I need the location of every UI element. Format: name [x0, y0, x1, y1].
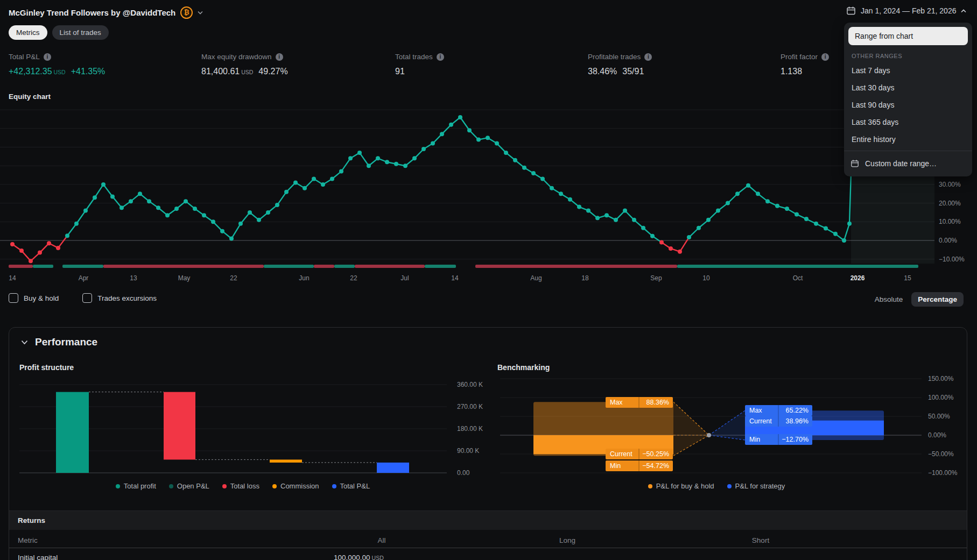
svg-text:Min: Min [610, 462, 621, 470]
svg-text:−50.25%: −50.25% [642, 450, 669, 458]
svg-text:38.96%: 38.96% [786, 417, 809, 425]
trades-excursions-label: Trades excursions [97, 294, 157, 302]
svg-text:65.22%: 65.22% [786, 407, 809, 414]
table-divider [9, 548, 967, 548]
calendar-icon [846, 6, 856, 16]
table-row-metric: Initial capital [18, 554, 58, 560]
checkbox-box[interactable] [82, 293, 92, 303]
svg-text:−54.72%: −54.72% [642, 462, 669, 470]
svg-text:−100.00%: −100.00% [928, 469, 958, 477]
trades-excursions-checkbox[interactable]: Trades excursions [82, 293, 157, 303]
stat-label: Max equity drawdown [201, 53, 272, 61]
stat-max-equity-drawdown: Max equity drawdowni81,400.61USD49.27% [201, 53, 288, 76]
returns-section-header[interactable]: Returns [9, 511, 967, 530]
buy-hold-label: Buy & hold [24, 294, 59, 302]
svg-text:14: 14 [9, 274, 16, 282]
tab-metrics[interactable]: Metrics [9, 25, 47, 40]
menu-items: Last 7 daysLast 30 daysLast 90 daysLast … [844, 62, 972, 148]
svg-text:15: 15 [904, 274, 911, 282]
info-icon[interactable]: i [437, 53, 444, 61]
svg-text:0.00%: 0.00% [928, 431, 946, 439]
checkbox-box[interactable] [9, 293, 18, 303]
legend-item[interactable]: P&L for strategy [727, 482, 785, 490]
svg-text:Max: Max [610, 399, 623, 406]
legend-item[interactable]: P&L for buy & hold [648, 482, 714, 490]
info-icon[interactable]: i [276, 53, 283, 61]
strategy-tester-panel: McGinley Trend Followers by @DaviddTech … [0, 0, 977, 560]
svg-text:90.00 K: 90.00 K [457, 447, 479, 455]
chevron-down-icon[interactable] [198, 11, 203, 15]
chevron-down-icon[interactable] [21, 340, 28, 345]
svg-text:180.00 K: 180.00 K [457, 425, 483, 433]
legend-item[interactable]: Total profit [116, 482, 156, 490]
menu-item-entire-history[interactable]: Entire history [844, 131, 972, 148]
initial-capital-unit: USD [372, 555, 384, 560]
svg-text:Max: Max [749, 407, 762, 414]
info-icon[interactable]: i [44, 53, 51, 61]
stat-value: 81,400.61USD49.27% [201, 67, 288, 76]
legend-item[interactable]: Commission [272, 482, 319, 490]
percentage-mode-button[interactable]: Percentage [911, 292, 964, 307]
performance-title: Performance [35, 336, 97, 348]
buy-hold-checkbox[interactable]: Buy & hold [9, 293, 59, 303]
stat-label: Profitable trades [588, 53, 641, 61]
benchmarking-legend: P&L for buy & holdP&L for strategy [496, 482, 937, 490]
svg-text:10: 10 [702, 274, 710, 282]
legend-dot [648, 484, 652, 488]
stat-label: Profit factor [781, 53, 818, 61]
legend-item[interactable]: Open P&L [169, 482, 209, 490]
menu-item-custom-date-range[interactable]: Custom date range… [844, 154, 972, 173]
performance-header[interactable]: Performance [21, 336, 97, 348]
menu-item-last-7-days[interactable]: Last 7 days [844, 62, 972, 79]
menu-item-last-365-days[interactable]: Last 365 days [844, 114, 972, 131]
menu-divider [844, 151, 972, 151]
performance-card: Performance Profit structure Benchmarkin… [9, 327, 967, 560]
svg-text:100.00%: 100.00% [928, 394, 954, 401]
date-range-menu: Range from chart OTHER RANGES Last 7 day… [844, 23, 972, 176]
report-tabs: Metrics List of trades [9, 25, 109, 40]
legend-label: Commission [280, 482, 319, 490]
calendar-icon [851, 159, 859, 168]
legend-item[interactable]: Total P&L [332, 482, 370, 490]
legend-label: Total loss [230, 482, 259, 490]
svg-text:Jul: Jul [400, 274, 409, 282]
info-icon[interactable]: i [821, 53, 829, 61]
stat-value: 38.46%35/91 [588, 67, 652, 76]
menu-group-label: OTHER RANGES [844, 47, 972, 62]
legend-dot [727, 484, 732, 488]
svg-text:22: 22 [230, 274, 237, 282]
profit-structure-chart[interactable]: 360.00 K270.00 K180.00 K90.00 K0.00 [17, 376, 504, 479]
table-row-value-all: 100,000.00USD [334, 554, 384, 560]
svg-text:May: May [178, 274, 191, 282]
legend-label: Total profit [124, 482, 156, 490]
benchmarking-chart[interactable]: 150.00%100.00%50.00%0.00%−50.00%−100.00%… [496, 376, 977, 479]
svg-text:Oct: Oct [793, 274, 803, 282]
absolute-mode-button[interactable]: Absolute [875, 295, 903, 303]
equity-chart[interactable]: 30.00%20.00%10.00%0.00%−10.00%14Apr13May… [0, 105, 977, 286]
menu-item-last-30-days[interactable]: Last 30 days [844, 79, 972, 96]
strategy-title: McGinley Trend Followers by @DaviddTech [9, 8, 175, 17]
profit-structure-title: Profit structure [19, 363, 74, 372]
svg-text:14: 14 [451, 274, 459, 282]
stat-total-p-l: Total P&Li+42,312.35USD+41.35% [9, 53, 105, 76]
svg-text:Current: Current [749, 417, 772, 425]
tab-list-of-trades[interactable]: List of trades [52, 25, 109, 40]
legend-dot [169, 484, 173, 488]
chart-overlay-toggles: Buy & hold Trades excursions [9, 293, 157, 303]
svg-text:50.00%: 50.00% [928, 413, 950, 420]
date-range-button[interactable]: Jan 1, 2024 — Feb 21, 2026 [846, 6, 966, 16]
profit-structure-legend: Total profitOpen P&LTotal lossCommission… [17, 482, 469, 490]
menu-item-last-90-days[interactable]: Last 90 days [844, 96, 972, 114]
svg-text:−10.00%: −10.00% [939, 256, 965, 263]
menu-item-range-from-chart[interactable]: Range from chart [848, 27, 968, 45]
svg-text:270.00 K: 270.00 K [457, 403, 483, 410]
info-icon[interactable]: i [644, 53, 652, 61]
benchmarking-title: Benchmarking [497, 363, 550, 372]
legend-dot [116, 484, 120, 488]
svg-text:150.00%: 150.00% [928, 376, 954, 382]
legend-item[interactable]: Total loss [222, 482, 259, 490]
svg-text:18: 18 [581, 274, 589, 282]
strategy-title-bar[interactable]: McGinley Trend Followers by @DaviddTech … [9, 6, 203, 19]
svg-text:360.00 K: 360.00 K [457, 381, 483, 388]
legend-label: P&L for strategy [735, 482, 785, 490]
